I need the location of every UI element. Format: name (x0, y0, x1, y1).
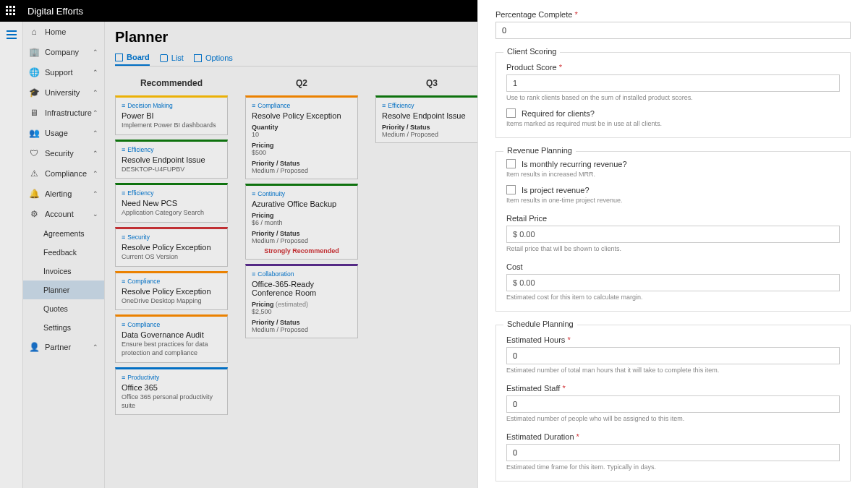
card-subtitle: Application Category Search (122, 209, 221, 218)
product-score-input[interactable] (506, 74, 840, 92)
sidebar-item-home[interactable]: ⌂Home (23, 22, 104, 42)
chevron-up-icon: ⌃ (93, 190, 98, 197)
required-checkbox[interactable] (506, 108, 516, 118)
card-title: Resolve Endpoint Issue (382, 111, 482, 120)
retail-price-label: Retail Price (506, 214, 840, 223)
sidebar-item-label: Partner (45, 343, 71, 351)
card[interactable]: EfficiencyResolve Endpoint IssueDESKTOP-… (115, 140, 228, 179)
card-subtitle: Ensure best practices for data protectio… (122, 341, 221, 357)
card-subtitle: Office 365 personal productivity suite (122, 393, 221, 410)
column-q3: Q3 Efficiency Resolve Endpoint Issue Pri… (375, 74, 488, 147)
sidebar-item-label: Support (45, 68, 73, 77)
est-duration-label: Estimated Duration * (506, 432, 840, 441)
card[interactable]: EfficiencyNeed New PCSApplication Catego… (115, 183, 228, 223)
card[interactable]: Continuity Azurative Office Backup Prici… (245, 184, 358, 260)
app-launcher-icon[interactable] (6, 6, 16, 16)
sidebar-item-label: University (45, 88, 80, 97)
sidebar-item-label: Alerting (45, 189, 72, 198)
hamburger-icon[interactable] (7, 30, 17, 39)
column-q2: Q2 Compliance Resolve Policy Exception Q… (245, 74, 358, 343)
sidebar-item-security[interactable]: 🛡Security⌃ (23, 143, 104, 163)
sidebar-item-settings[interactable]: Settings (23, 318, 104, 337)
gear-icon: ⚙ (29, 209, 39, 219)
warning-icon: ⚠ (29, 168, 39, 179)
card[interactable]: ProductivityOffice 365Office 365 persona… (115, 367, 228, 415)
tab-label: Options (205, 53, 233, 62)
schedule-planning-fieldset: Schedule Planning Estimated Hours * Esti… (495, 325, 851, 481)
sidebar-item-compliance[interactable]: ⚠Compliance⌃ (23, 163, 104, 184)
required-label: Required for clients? (522, 109, 595, 118)
sidebar-item-label: Compliance (45, 169, 87, 178)
card[interactable]: SecurityResolve Policy ExceptionCurrent … (115, 227, 228, 267)
sidebar-item-quotes[interactable]: Quotes (23, 299, 104, 318)
options-icon (194, 54, 202, 62)
card-tag: Continuity (252, 190, 352, 197)
home-icon: ⌂ (29, 27, 39, 37)
field-label: Pricing (estimated) (252, 301, 352, 308)
sidebar-item-infrastructure[interactable]: 🖥Infrastructure⌃ (23, 103, 104, 123)
sidebar-item-planner[interactable]: Planner (23, 281, 104, 299)
field-label: Priority / Status (252, 319, 352, 326)
sidebar-item-feedback[interactable]: Feedback (23, 243, 104, 262)
sidebar-item-company[interactable]: 🏢Company⌃ (23, 42, 104, 62)
est-duration-hint: Estimated time frame for this item. Typi… (506, 463, 840, 471)
card[interactable]: ComplianceData Governance AuditEnsure be… (115, 314, 228, 362)
est-hours-hint: Estimated number of total man hours that… (506, 367, 840, 374)
sidebar-item-alerting[interactable]: 🔔Alerting⌃ (23, 184, 104, 204)
partner-icon: 👤 (29, 342, 39, 352)
mrr-checkbox[interactable] (506, 159, 516, 168)
sidebar-item-account[interactable]: ⚙Account⌄ (23, 204, 104, 224)
card[interactable]: ComplianceResolve Policy ExceptionOneDri… (115, 271, 228, 311)
project-rev-hint: Item results in one-time project revenue… (506, 197, 840, 204)
est-staff-input[interactable] (506, 395, 840, 413)
field-value: Medium / Proposed (252, 167, 352, 174)
field-label: Pricing (252, 142, 352, 149)
column-header: Q3 (375, 74, 488, 93)
field-value: 10 (252, 131, 352, 138)
bell-icon: 🔔 (29, 189, 39, 199)
sidebar-item-invoices[interactable]: Invoices (23, 262, 104, 281)
card[interactable]: Collaboration Office-365-Ready Conferenc… (245, 264, 358, 338)
sidebar-item-label: Feedback (43, 248, 77, 257)
tab-list[interactable]: List (160, 51, 184, 65)
retail-price-input[interactable] (506, 226, 840, 243)
product-score-hint: Use to rank clients based on the sum of … (506, 94, 840, 101)
sidebar-item-usage[interactable]: 👥Usage⌃ (23, 123, 104, 143)
field-value: $500 (252, 149, 352, 156)
sidebar-item-label: Agreements (43, 229, 85, 238)
cost-input[interactable] (506, 274, 840, 291)
field-value: Medium / Proposed (252, 326, 352, 333)
card-tag: Security (122, 234, 221, 241)
est-hours-label: Estimated Hours * (506, 335, 840, 344)
chevron-up-icon: ⌃ (93, 109, 98, 116)
sidebar-item-label: Quotes (43, 304, 68, 313)
tab-options[interactable]: Options (194, 51, 233, 65)
sidebar-item-label: Security (45, 149, 74, 158)
card-tag: Compliance (122, 278, 221, 285)
board-icon (115, 53, 123, 61)
est-hours-input[interactable] (506, 347, 840, 364)
sidebar-item-agreements[interactable]: Agreements (23, 224, 104, 243)
card-tag: Efficiency (122, 189, 221, 197)
card-title: Data Governance Audit (122, 330, 221, 339)
project-rev-checkbox[interactable] (506, 185, 516, 194)
sidebar-item-partner[interactable]: 👤Partner⌃ (23, 337, 104, 357)
card-tag: Efficiency (382, 102, 482, 109)
sidebar-item-university[interactable]: 🎓University⌃ (23, 82, 104, 103)
est-duration-input[interactable] (506, 444, 840, 461)
tab-board[interactable]: Board (115, 50, 150, 66)
tab-label: Board (127, 53, 150, 61)
sidebar-item-label: Planner (43, 286, 69, 294)
percentage-complete-input[interactable] (495, 22, 851, 39)
card[interactable]: Compliance Resolve Policy Exception Quan… (245, 95, 358, 179)
field-label: Priority / Status (252, 160, 352, 167)
sidebar-item-support[interactable]: 🌐Support⌃ (23, 62, 104, 82)
chevron-up-icon: ⌃ (93, 89, 98, 96)
recommendation-badge: Strongly Recommended (252, 247, 352, 254)
card-title: Need New PCS (122, 199, 221, 207)
card-subtitle: DESKTOP-U4FUPBV (122, 166, 221, 174)
card[interactable]: Efficiency Resolve Endpoint Issue Priori… (375, 95, 488, 143)
card-title: Resolve Policy Exception (252, 111, 352, 120)
percentage-complete-label: Percentage Complete * (495, 10, 851, 19)
card[interactable]: Decision MakingPower BIImplement Power B… (115, 95, 228, 135)
